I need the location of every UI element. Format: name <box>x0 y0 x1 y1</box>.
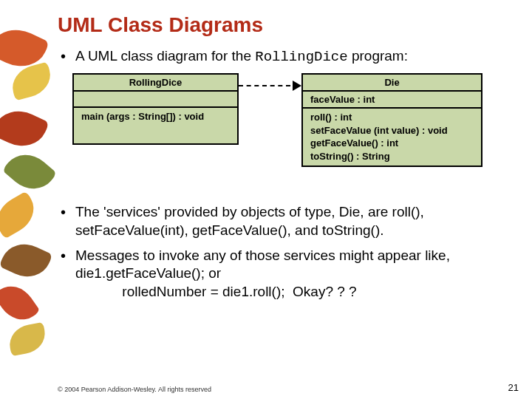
dependency-arrow <box>239 80 301 90</box>
uml-methods: roll() : int setFaceValue (int value) : … <box>303 109 481 165</box>
slide-title: UML Class Diagrams <box>58 13 502 37</box>
arrow-line-icon <box>239 85 290 86</box>
arrow-head-icon <box>293 81 301 91</box>
uml-diagram: RollingDice main (args : String[]) : voi… <box>72 73 486 191</box>
uml-class-name: RollingDice <box>74 75 237 92</box>
uml-class-die: Die faceValue : int roll() : int setFace… <box>301 73 482 166</box>
bullet-messages-l1: Messages to invoke any of those services… <box>75 248 450 281</box>
uml-attributes: faceValue : int <box>303 92 481 109</box>
uml-method: toString() : String <box>310 150 474 163</box>
uml-attributes <box>74 92 237 108</box>
bullet-intro-pre: A UML class diagram for the <box>75 48 255 64</box>
bullet-messages-l2: rolledNumber = die1.roll(); Okay? ? ? <box>75 284 357 299</box>
uml-method: roll() : int <box>310 111 474 124</box>
uml-class-name: Die <box>303 75 481 92</box>
uml-method: getFaceValue() : int <box>310 137 474 150</box>
bullet-services: The 'services' provided by objects of ty… <box>58 203 502 239</box>
bullet-intro-code: RollingDice <box>255 49 347 65</box>
bullet-intro-post: program: <box>348 48 408 64</box>
uml-class-rollingdice: RollingDice main (args : String[]) : voi… <box>72 73 239 145</box>
uml-method: setFaceValue (int value) : void <box>310 124 474 137</box>
bullet-intro: A UML class diagram for the RollingDice … <box>58 47 502 66</box>
bullet-messages: Messages to invoke any of those services… <box>58 247 502 301</box>
uml-methods: main (args : String[]) : void <box>74 108 237 143</box>
